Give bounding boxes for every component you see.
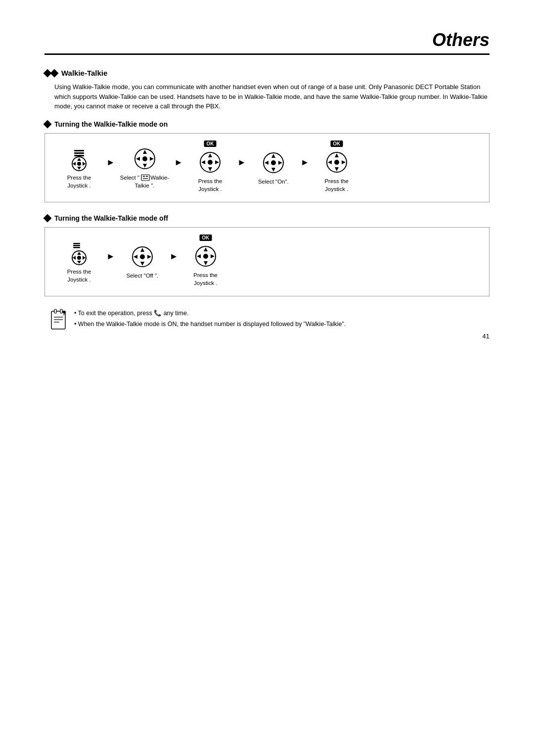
step3-icon-wrapper: OK (197, 142, 223, 175)
step4-icon-wrapper (261, 150, 286, 176)
step1-icon-wrapper (66, 146, 92, 172)
svg-marker-35 (342, 160, 346, 164)
arrow-3: ► (237, 157, 246, 168)
mode-on-title: Turning the Walkie-Talkie mode on (44, 120, 490, 128)
arrow-4: ► (301, 157, 310, 168)
svg-point-36 (334, 160, 339, 165)
page-header: Others (44, 30, 490, 55)
svg-marker-22 (201, 160, 205, 164)
mode-off-step-3: OK Press theJoystick . (183, 236, 228, 287)
svg-rect-59 (54, 309, 56, 313)
mode-on-step-3: OK Press theJoystick . (188, 142, 232, 193)
joystick-icon-off-2 (130, 244, 155, 270)
svg-marker-21 (208, 167, 212, 171)
joystick-icon-off-3 (193, 243, 219, 269)
mode-off-box: Press theJoystick . ► Select "Off ". ► (44, 227, 490, 296)
menu-joystick-icon-1 (66, 146, 92, 172)
svg-rect-60 (60, 309, 62, 313)
svg-rect-38 (73, 245, 80, 246)
mode-on-step-2: Select " Walkie-Talkie ". (120, 146, 169, 189)
walkie-talkie-heading: Walkie-Talkie (61, 69, 107, 77)
notes-section: • To exit the operation, press 📞 any tim… (49, 308, 490, 330)
ok-badge-off-3: OK (199, 235, 212, 241)
off-step3-icon-wrapper: OK (193, 236, 219, 269)
svg-marker-41 (77, 252, 81, 255)
joystick-icon-3 (197, 149, 223, 175)
section-walkie-talkie-title: Walkie-Talkie (44, 69, 490, 77)
svg-marker-27 (271, 168, 275, 172)
svg-marker-13 (150, 157, 154, 161)
svg-marker-48 (140, 262, 144, 266)
off-step2-label: Select "Off ". (126, 272, 158, 280)
svg-marker-12 (136, 157, 140, 161)
step3-label: Press theJoystick . (198, 177, 222, 193)
double-diamond-icon (44, 70, 57, 76)
wt-inline-icon (141, 174, 150, 181)
svg-marker-28 (265, 161, 268, 165)
joystick-icon-4 (261, 150, 286, 176)
mode-off-title: Turning the Walkie-Talkie mode off (44, 214, 490, 222)
off-arrow-1: ► (106, 251, 115, 262)
page: Others Walkie-Talkie Using Walkie-Talkie… (0, 0, 534, 360)
step1-label: Press theJoystick . (67, 174, 91, 189)
off-step3-label: Press theJoystick . (193, 271, 218, 287)
svg-marker-55 (197, 254, 201, 258)
svg-marker-32 (335, 153, 339, 157)
svg-rect-15 (141, 175, 149, 181)
svg-marker-11 (143, 164, 147, 168)
svg-marker-53 (204, 247, 208, 251)
page-number: 41 (483, 332, 490, 340)
svg-point-45 (77, 256, 81, 260)
mode-off-step-2: Select "Off ". (120, 244, 165, 280)
svg-marker-34 (328, 160, 332, 164)
svg-rect-17 (146, 176, 148, 177)
step5-icon-wrapper: OK (324, 142, 350, 175)
note-icon (49, 308, 67, 330)
off-arrow-2: ► (170, 251, 178, 262)
svg-rect-18 (143, 178, 148, 179)
svg-marker-44 (83, 256, 86, 260)
svg-point-24 (208, 160, 213, 165)
step2-icon-wrapper (132, 146, 158, 172)
joystick-icon-2 (132, 146, 158, 172)
off-step2-icon-wrapper (130, 244, 155, 270)
svg-marker-10 (143, 150, 147, 154)
svg-marker-49 (134, 255, 137, 259)
svg-marker-54 (204, 261, 208, 265)
arrow-2: ► (174, 157, 183, 168)
step5-label: Press theJoystick . (324, 177, 349, 193)
mode-on-step-1: Press theJoystick . (57, 146, 101, 189)
svg-marker-29 (278, 161, 282, 165)
ok-badge-5: OK (330, 141, 343, 147)
note-1: • To exit the operation, press 📞 any tim… (74, 308, 346, 318)
svg-marker-33 (335, 167, 339, 171)
page-title: Others (44, 30, 490, 50)
svg-point-14 (142, 156, 147, 161)
joystick-icon-5 (324, 149, 350, 175)
svg-marker-6 (73, 162, 76, 166)
svg-marker-5 (77, 167, 81, 170)
svg-rect-58 (51, 311, 65, 329)
svg-marker-43 (73, 256, 76, 260)
svg-rect-37 (73, 243, 80, 244)
step4-label: Select "On". (258, 178, 289, 186)
mode-on-box: Press theJoystick . ► Select " (44, 133, 490, 202)
svg-rect-2 (74, 155, 84, 156)
svg-marker-42 (77, 261, 81, 264)
svg-marker-20 (208, 153, 212, 157)
svg-marker-7 (83, 162, 86, 166)
off-step1-label: Press theJoystick . (67, 268, 91, 284)
svg-point-51 (140, 254, 145, 259)
svg-rect-1 (74, 152, 84, 154)
svg-point-8 (77, 162, 81, 166)
svg-marker-26 (271, 154, 275, 158)
svg-marker-23 (215, 160, 219, 164)
svg-marker-47 (140, 248, 144, 252)
svg-point-57 (203, 254, 208, 259)
mode-off-heading: Turning the Walkie-Talkie mode off (54, 214, 168, 222)
svg-rect-39 (73, 247, 80, 248)
mode-on-heading: Turning the Walkie-Talkie mode on (54, 120, 168, 128)
note-text-block: • To exit the operation, press 📞 any tim… (74, 308, 346, 330)
walkie-talkie-description: Using Walkie-Talkie mode, you can commun… (54, 82, 490, 111)
note-2: • When the Walkie-Talkie mode is ON, the… (74, 319, 346, 329)
